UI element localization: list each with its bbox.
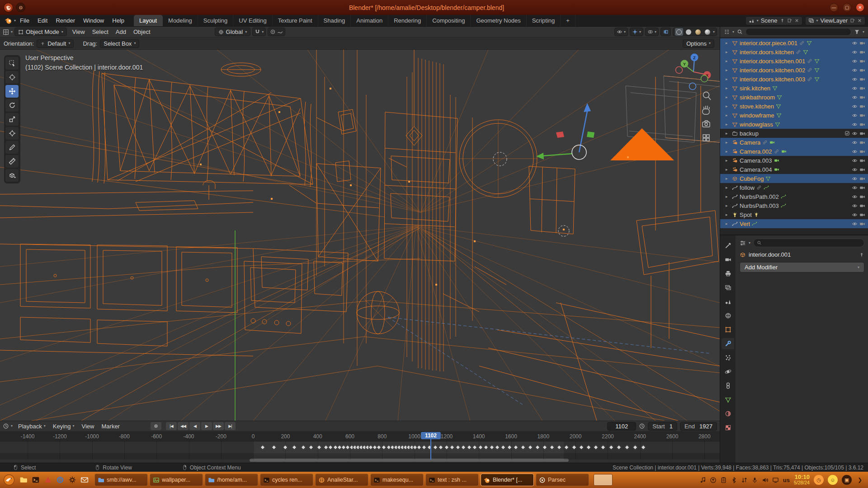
orientation-dropdown[interactable]: Default ▾	[37, 39, 74, 48]
editor-type-chevron-icon[interactable]: ▾	[11, 30, 13, 34]
viewport-canvas[interactable]: Z X Y User Perspective (1102) Scene Coll…	[0, 50, 720, 421]
exclude-checkbox-icon[interactable]	[844, 131, 850, 136]
hide-in-viewport-icon[interactable]	[852, 176, 858, 182]
properties-editor-icon[interactable]	[740, 240, 746, 246]
start-frame-field[interactable]: Start 1	[648, 422, 677, 431]
outliner-row-interior-doors-kitchen-001[interactable]: ▸interior.doors.kitchen.001	[720, 56, 868, 66]
workspace-tab-scripting[interactable]: Scripting	[527, 15, 561, 26]
menu-file[interactable]: File	[16, 15, 33, 26]
hide-in-viewport-icon[interactable]	[852, 221, 858, 227]
workspace-tab-texture-paint[interactable]: Texture Paint	[273, 15, 318, 26]
hide-in-viewport-icon[interactable]	[852, 149, 858, 155]
tool-annotate-button[interactable]	[5, 141, 19, 154]
launcher-folder[interactable]	[18, 474, 29, 486]
minimize-button[interactable]: —	[830, 3, 838, 12]
properties-tab-world[interactable]	[722, 310, 734, 321]
disable-in-renders-icon[interactable]	[859, 176, 865, 182]
workspace-tab-uv-editing[interactable]: UV Editing	[233, 15, 272, 26]
shading-material-button[interactable]	[694, 28, 702, 36]
tool-addcube-button[interactable]	[5, 169, 19, 182]
desktop-pager[interactable]	[594, 474, 613, 486]
hide-in-viewport-icon[interactable]	[852, 185, 858, 191]
taskbar-window-wallpaper[interactable]: wallpaper...	[150, 474, 203, 486]
start-menu-button[interactable]	[2, 473, 16, 487]
tray-notifications-icon[interactable]: ▣	[842, 475, 852, 485]
expand-icon[interactable]: ▸	[726, 194, 730, 199]
maximize-button[interactable]: ▢	[843, 3, 851, 12]
outliner-row-windowglass[interactable]: ▸windowglass	[720, 120, 868, 129]
hide-in-viewport-icon[interactable]	[852, 113, 858, 118]
outliner-row-nurbspath-003[interactable]: ▸NurbsPath.003	[720, 201, 868, 210]
workspace-tab-compositing[interactable]: Compositing	[427, 15, 471, 26]
outliner-row-camera-002[interactable]: ▸Camera.002	[720, 147, 868, 156]
window-menu-icon[interactable]	[16, 3, 25, 12]
properties-tab-tool[interactable]	[722, 240, 734, 251]
add-workspace-tab[interactable]: +	[561, 15, 576, 26]
disable-in-renders-icon[interactable]	[859, 103, 865, 109]
hide-in-viewport-icon[interactable]	[852, 122, 858, 127]
jump-to-end-button[interactable]: ▶|	[225, 422, 236, 430]
close-button[interactable]: ✕	[856, 3, 864, 12]
properties-tab-scene[interactable]	[722, 296, 734, 307]
hide-in-viewport-icon[interactable]	[852, 212, 858, 218]
expand-icon[interactable]: ▸	[726, 212, 730, 217]
outliner-filter-icon[interactable]	[854, 29, 860, 35]
expand-icon[interactable]: ▸	[726, 77, 730, 81]
menu-help[interactable]: Help	[108, 15, 128, 26]
add-modifier-button[interactable]: Add Modifier ▾	[740, 262, 864, 272]
expand-icon[interactable]: ▸	[726, 176, 730, 181]
viewport-menu-add[interactable]: Add	[112, 28, 130, 35]
workspace-tab-modeling[interactable]: Modeling	[163, 15, 198, 26]
outliner-row-sink-kitchen[interactable]: ▸sink.kitchen	[720, 84, 868, 93]
shading-rendered-button[interactable]	[703, 28, 712, 36]
shading-wireframe-button[interactable]	[675, 28, 683, 36]
axis-y-negative-ball[interactable]	[701, 75, 708, 82]
expand-icon[interactable]: ▸	[726, 113, 730, 117]
viewport-menu-object[interactable]: Object	[130, 28, 154, 35]
options-dropdown[interactable]: Options ▾	[683, 39, 714, 48]
clock[interactable]: 10:10 5/28/24	[794, 474, 810, 486]
disable-in-renders-icon[interactable]	[859, 140, 865, 145]
shading-mode-group[interactable]: ▾	[673, 28, 717, 36]
menu-window[interactable]: Window	[79, 15, 108, 26]
disable-in-renders-icon[interactable]	[859, 76, 865, 82]
disable-in-renders-icon[interactable]	[859, 131, 865, 136]
expand-icon[interactable]: ▸	[726, 149, 730, 154]
outliner-row-windowframe[interactable]: ▸windowframe	[720, 111, 868, 120]
tool-transform-button[interactable]	[5, 127, 19, 140]
hide-in-viewport-icon[interactable]	[852, 158, 858, 164]
timeline-menu-marker[interactable]: Marker	[98, 423, 123, 430]
hide-in-viewport-icon[interactable]	[852, 40, 858, 46]
expand-icon[interactable]: ▸	[726, 140, 730, 145]
pin-icon[interactable]	[859, 252, 864, 258]
visibility-group[interactable]: ▾	[614, 28, 628, 36]
hide-in-viewport-icon[interactable]	[852, 85, 858, 91]
outliner-row-camera-004[interactable]: ▸Camera.004	[720, 165, 868, 174]
viewport-menu-view[interactable]: View	[69, 28, 89, 35]
scene-unlink-icon[interactable]	[794, 18, 799, 23]
tray-bluetooth-icon[interactable]	[731, 477, 737, 483]
outliner-row-spot[interactable]: ▸Spot	[720, 210, 868, 219]
hide-in-viewport-icon[interactable]	[852, 167, 858, 173]
play-reverse-button[interactable]: ◀	[189, 422, 200, 430]
outliner-row-camera-003[interactable]: ▸Camera.003	[720, 156, 868, 165]
jump-to-start-button[interactable]: |◀	[166, 422, 177, 430]
expand-icon[interactable]: ▸	[726, 203, 730, 208]
disable-in-renders-icon[interactable]	[859, 194, 865, 200]
properties-editor-chevron-icon[interactable]: ▾	[749, 241, 750, 245]
viewport-menu-select[interactable]: Select	[89, 28, 112, 35]
workspace-tab-layout[interactable]: Layout	[134, 15, 163, 26]
outliner-search-icon[interactable]	[737, 29, 743, 35]
app-icon[interactable]	[4, 3, 13, 12]
x-plane-handle-icon[interactable]	[556, 131, 564, 138]
tray-network-icon[interactable]	[741, 477, 748, 483]
keyboard-layout-indicator[interactable]: us	[783, 477, 790, 483]
disable-in-renders-icon[interactable]	[859, 58, 865, 64]
proportional-edit-group[interactable]	[268, 28, 285, 36]
launcher-globe[interactable]	[54, 474, 66, 486]
taskbar-window-smb-awv[interactable]: smb://awv...	[94, 474, 148, 486]
expand-icon[interactable]: ▸	[726, 158, 730, 163]
properties-tab-material[interactable]	[722, 408, 734, 419]
expand-icon[interactable]: ▸	[726, 41, 730, 45]
outliner-row-cubefog[interactable]: ▸CubeFog	[720, 174, 868, 183]
